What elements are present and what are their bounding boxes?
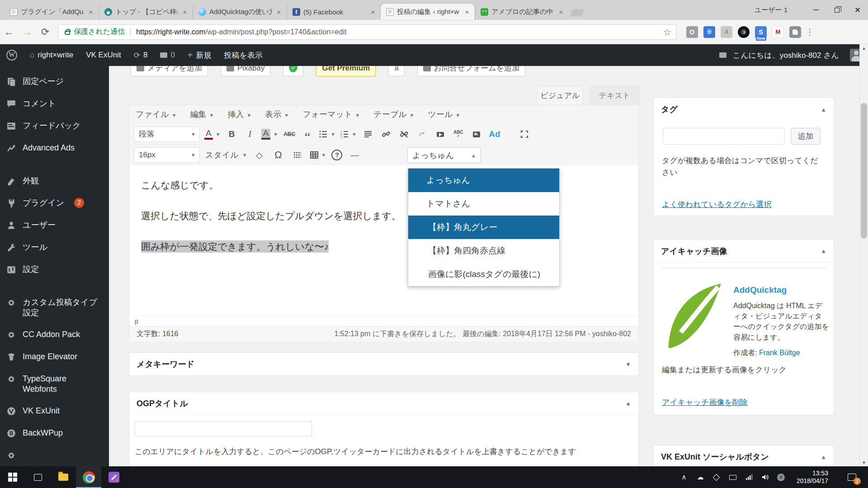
extension-mcafee-icon[interactable] (772, 26, 784, 38)
pixabay-button[interactable]: Pixabay (221, 66, 270, 76)
chevron-down-icon[interactable]: ▼ (625, 361, 631, 368)
extension-lens-icon[interactable] (738, 26, 750, 38)
taskbar-clock[interactable]: 13:53 2018/04/17 (792, 469, 833, 485)
chrome-taskbar-button[interactable] (76, 466, 101, 488)
scrollbar-thumb[interactable] (861, 103, 867, 239)
chevron-up-icon[interactable]: ▲ (821, 248, 826, 254)
add-tag-button[interactable]: 追加 (791, 128, 821, 145)
bold-button[interactable]: B (225, 127, 239, 141)
onedrive-cloud-icon[interactable]: ☁ (696, 473, 705, 481)
my-account-menu[interactable]: こんにちは、yoshiko-802 さん (726, 50, 845, 61)
tab-close-icon[interactable]: × (87, 8, 95, 16)
highlight-color-button[interactable]: A▼ (261, 127, 278, 141)
forward-icon[interactable]: → (18, 26, 36, 38)
sidebar-item-advanced-ads[interactable]: Advanced Ads (0, 137, 109, 159)
add-contact-form-button[interactable]: お問合せフォームを追加 (417, 66, 525, 76)
add-media-button[interactable]: メディアを追加 (131, 66, 208, 76)
chrome-menu-icon[interactable]: ⋮ (806, 27, 814, 37)
browser-tab[interactable]: AddQuicktagの使い方× (193, 4, 287, 20)
action-center-button[interactable]: 2 (840, 466, 863, 488)
extension-evernote-icon[interactable] (789, 26, 801, 38)
strikethrough-button[interactable]: ABC (283, 127, 296, 141)
comments-menu[interactable]: 0 (154, 44, 181, 66)
amazonjs-button[interactable]: a (388, 66, 404, 76)
sidebar-item-collapse[interactable] (0, 444, 109, 466)
scroll-up-icon[interactable]: ▲ (860, 44, 868, 52)
display-icon[interactable] (728, 475, 737, 480)
new-content-menu[interactable]: +新規 (181, 44, 218, 66)
dropdown-option[interactable]: 【枠】角丸グレー (408, 216, 559, 239)
reload-icon[interactable]: ⟳ (36, 26, 54, 38)
address-bar[interactable]: 保護された通信 https://right-write.com /wp-admi… (58, 24, 676, 40)
spellcheck-button[interactable]: ABC✓ (452, 127, 465, 141)
site-name-menu[interactable]: ⌂right×write (24, 44, 80, 66)
menu-view[interactable]: 表示▼ (265, 109, 289, 120)
updates-menu[interactable]: ⟳8 (127, 44, 154, 66)
chevron-up-icon[interactable]: ▲ (625, 400, 631, 407)
browser-tab[interactable]: トップ - 【コピペ枠わく】× (99, 4, 193, 20)
dropdown-option[interactable]: トマトさん (408, 192, 559, 216)
clear-format-button[interactable]: ◇ (253, 148, 266, 162)
chevron-up-icon[interactable]: ▲ (821, 106, 826, 113)
bookmark-star-icon[interactable]: ☆ (663, 27, 671, 38)
remove-featured-image-link[interactable]: アイキャッチ画像を削除 (662, 397, 748, 408)
unlink-button[interactable] (397, 127, 411, 141)
back-icon[interactable]: ← (0, 26, 18, 38)
close-button[interactable]: ✕ (847, 3, 868, 17)
tab-close-icon[interactable]: × (275, 8, 283, 16)
menu-insert[interactable]: 挿入▼ (227, 109, 251, 120)
get-premium-button[interactable]: Get Premium (316, 66, 376, 76)
fullscreen-button[interactable] (518, 127, 531, 141)
sidebar-item-feedback[interactable]: フィードバック (0, 115, 109, 137)
extension-sparkle-icon[interactable] (703, 26, 715, 38)
sidebar-item-vk-exunit[interactable]: VK ExUnit (0, 400, 109, 422)
tab-close-icon[interactable]: × (463, 8, 471, 16)
menu-tools[interactable]: ツール▼ (428, 109, 460, 120)
status-circle-x-icon[interactable]: ✕ (777, 474, 785, 481)
browser-tab[interactable]: f(5) Facebook× (287, 4, 381, 20)
extension-s-icon[interactable]: SNew (755, 26, 767, 38)
choose-from-tags-link[interactable]: よく使われているタグから選択 (662, 199, 771, 210)
sidebar-item-appearance[interactable]: 外観 (0, 170, 109, 192)
start-button[interactable] (0, 466, 25, 488)
sidebar-item-image-elevator[interactable]: Image Elevator (0, 346, 109, 368)
tab-close-icon[interactable]: × (181, 8, 189, 16)
menu-edit[interactable]: 編集▼ (190, 109, 214, 120)
minimize-button[interactable]: ─ (806, 3, 826, 17)
sidebar-item-custom-post-type[interactable]: カスタム投稿タイプ設定 (0, 291, 109, 324)
sidebar-item-pages[interactable]: 固定ページ (0, 70, 109, 93)
help-button[interactable]: ? (331, 150, 342, 160)
chevron-up-icon[interactable]: ▲ (821, 454, 826, 460)
sidebar-item-plugins[interactable]: プラグイン2 (0, 192, 109, 214)
shield-button[interactable]: ✓ (283, 66, 303, 76)
redo-button[interactable] (415, 127, 429, 141)
browser-tab[interactable]: プラグイン「AddQuickt× (5, 4, 99, 20)
bullet-list-button[interactable]: ▼ (319, 127, 335, 141)
network-icon[interactable] (745, 474, 754, 480)
dropdown-option[interactable]: よっちゅん (408, 169, 559, 192)
editor-content[interactable]: こんな感じです。 選択した状態で、先ほど設定したプルダウンを選択します。 囲み枠… (129, 165, 638, 315)
ogp-title-input[interactable] (135, 421, 312, 436)
sidebar-item-typesquare[interactable]: TypeSquare Webfonts (0, 368, 109, 400)
dropbox-icon[interactable] (712, 475, 721, 480)
paragraph-select[interactable]: 段落▼ (134, 127, 200, 142)
tag-input[interactable] (663, 128, 785, 145)
file-explorer-button[interactable] (51, 466, 76, 488)
notification-bubble-icon[interactable] (719, 52, 726, 58)
menu-format[interactable]: フォーマット▼ (302, 109, 360, 120)
dropdown-option[interactable]: 画像に影(classタグの最後に) (408, 263, 559, 286)
new-tab-button[interactable] (570, 9, 585, 16)
menu-table[interactable]: テーブル▼ (373, 109, 414, 120)
extension-o-icon[interactable]: O (686, 26, 698, 38)
tab-text-editor[interactable]: テキスト (590, 86, 639, 105)
sidebar-item-tools[interactable]: ツール (0, 236, 109, 258)
vk-exunit-menu[interactable]: VK ExUnit (80, 44, 127, 66)
wp-logo-menu[interactable]: W (0, 44, 24, 66)
tab-close-icon[interactable]: × (369, 8, 377, 16)
author-link[interactable]: Frank Bültge (759, 349, 800, 357)
featured-image-thumbnail[interactable] (663, 282, 725, 350)
menu-file[interactable]: ファイル▼ (136, 109, 177, 120)
sidebar-item-comments[interactable]: コメント (0, 93, 109, 115)
sidebar-item-users[interactable]: ユーザー (0, 214, 109, 236)
horizontal-rule-button[interactable]: — (348, 148, 361, 162)
